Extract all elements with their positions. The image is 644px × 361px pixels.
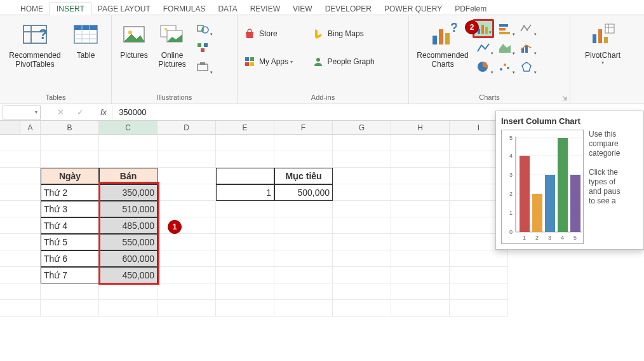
cell-day[interactable]: Thứ 7 <box>41 267 99 283</box>
svg-rect-67 <box>520 156 530 232</box>
line-chart-button[interactable]: ▾ <box>473 38 494 57</box>
cell-header-day[interactable]: Ngày <box>41 168 99 184</box>
bar-chart-icon <box>498 22 512 35</box>
tab-view[interactable]: VIEW <box>286 3 319 15</box>
col-G[interactable]: G <box>333 121 391 135</box>
shapes-button[interactable]: ▾ <box>192 19 213 38</box>
ribbon: ? Recommended PivotTables Table Tables P… <box>0 15 644 104</box>
cell-target-label[interactable]: Mục tiêu <box>274 168 333 184</box>
svg-rect-32 <box>481 25 484 34</box>
column-chart-tooltip: Insert Column Chart 0 1 2 3 4 5 12345 <box>495 111 644 250</box>
pictures-label: Pictures <box>120 51 147 60</box>
cell-target-idx[interactable]: 1 <box>216 184 274 201</box>
cell-sold[interactable]: 350,000 <box>99 184 158 201</box>
tab-data[interactable]: DATA <box>211 3 243 15</box>
tab-developer[interactable]: DEVELOPER <box>319 3 378 15</box>
tab-power-query[interactable]: POWER QUERY <box>378 3 448 15</box>
pie-chart-icon <box>476 60 490 73</box>
pie-chart-button[interactable]: ▾ <box>473 57 494 76</box>
scatter-chart-icon <box>498 60 512 73</box>
cell-sold[interactable]: 550,000 <box>99 234 158 250</box>
callout-badge-1: 1 <box>168 220 182 234</box>
screenshot-button[interactable]: ▾ <box>192 57 213 76</box>
stock-chart-button[interactable]: ▾ <box>516 19 537 38</box>
col-B[interactable]: B <box>41 121 99 135</box>
col-C[interactable]: C <box>99 121 158 135</box>
select-all-corner[interactable] <box>0 121 20 135</box>
svg-rect-49 <box>604 37 608 43</box>
cell-header-sold[interactable]: Bán <box>99 168 158 184</box>
radar-chart-button[interactable]: ▾ <box>516 57 537 76</box>
online-pictures-button[interactable]: Online Pictures <box>152 18 192 90</box>
cell-day[interactable]: Thứ 2 <box>41 184 99 201</box>
svg-rect-25 <box>250 62 254 66</box>
svg-point-44 <box>504 64 506 66</box>
svg-point-45 <box>507 67 509 69</box>
svg-rect-23 <box>250 57 254 61</box>
fx-label[interactable]: fx <box>100 107 107 117</box>
tab-review[interactable]: REVIEW <box>244 3 286 15</box>
my-apps-button[interactable]: My Apps ▾ <box>241 52 310 71</box>
online-pictures-icon <box>158 20 186 48</box>
recommended-charts-button[interactable]: ? Recommended Charts <box>413 18 473 90</box>
tab-formulas[interactable]: FORMULAS <box>157 3 212 15</box>
tab-home[interactable]: HOME <box>14 3 50 15</box>
cell-sold[interactable]: 510,000 <box>99 201 158 217</box>
store-button[interactable]: Store <box>241 24 310 43</box>
cancel-icon[interactable]: ✕ <box>57 107 64 117</box>
tab-insert[interactable]: INSERT <box>50 3 91 15</box>
svg-point-43 <box>500 68 502 71</box>
cell-day[interactable]: Thứ 3 <box>41 201 99 217</box>
people-graph-button[interactable]: People Graph <box>310 52 405 71</box>
cell-sold[interactable]: 485,000 <box>99 217 158 234</box>
svg-rect-34 <box>499 24 508 27</box>
cell-sold[interactable]: 600,000 <box>99 250 158 267</box>
smartart-button[interactable] <box>192 38 213 57</box>
cell-day[interactable]: Thứ 6 <box>41 250 99 267</box>
enter-icon[interactable]: ✓ <box>77 107 84 117</box>
combo-chart-button[interactable]: ▾ <box>516 38 537 57</box>
table-button[interactable]: Table <box>66 18 105 90</box>
tab-page-layout[interactable]: PAGE LAYOUT <box>91 3 157 15</box>
svg-rect-29 <box>445 33 450 44</box>
svg-text:2: 2 <box>535 235 539 241</box>
pictures-button[interactable]: Pictures <box>116 18 152 90</box>
area-chart-button[interactable]: ▾ <box>494 38 516 57</box>
svg-rect-22 <box>245 57 249 61</box>
cell-target-val[interactable]: 500,000 <box>274 184 333 201</box>
bar-chart-button[interactable]: ▾ <box>494 19 516 38</box>
svg-text:3: 3 <box>548 235 551 241</box>
svg-text:5: 5 <box>509 135 513 141</box>
table-row: Thứ 6 600,000 <box>0 250 644 267</box>
tab-pdfelement[interactable]: PDFelem <box>448 3 493 15</box>
cell-day[interactable]: Thứ 5 <box>41 234 99 250</box>
col-D[interactable]: D <box>158 121 216 135</box>
formula-value[interactable]: 350000 <box>119 107 146 117</box>
scatter-chart-button[interactable]: ▾ <box>494 57 516 76</box>
col-E[interactable]: E <box>216 121 274 135</box>
charts-dialog-launcher[interactable]: ⇲ <box>409 95 570 104</box>
recommended-pivottables-button[interactable]: ? Recommended PivotTables <box>4 18 66 90</box>
bing-maps-button[interactable]: Bing Maps <box>310 24 399 43</box>
radar-chart-icon <box>520 60 533 73</box>
svg-text:4: 4 <box>509 153 513 159</box>
my-apps-label: My Apps <box>259 57 288 66</box>
group-pivotchart: PivotChart ▾ <box>570 15 641 104</box>
group-addins: Store Bing Maps My Apps ▾ People Graph <box>238 15 409 104</box>
table-icon <box>72 20 100 48</box>
col-F[interactable]: F <box>274 121 333 135</box>
svg-text:0: 0 <box>509 229 513 235</box>
svg-point-37 <box>523 25 525 27</box>
cell-sold[interactable]: 450,000 <box>99 267 158 283</box>
cell-E-blank[interactable] <box>216 168 274 184</box>
stock-chart-icon <box>520 22 533 35</box>
name-box[interactable]: ▾ <box>3 106 41 119</box>
svg-rect-70 <box>558 138 568 232</box>
col-H[interactable]: H <box>391 121 450 135</box>
cell-day[interactable]: Thứ 4 <box>41 217 99 234</box>
pivotchart-button[interactable]: PivotChart ▾ <box>574 18 631 90</box>
online-pictures-label: Online Pictures <box>158 51 185 69</box>
group-tables: ? Recommended PivotTables Table Tables <box>0 15 112 104</box>
col-A[interactable]: A <box>20 121 41 135</box>
formula-controls: ✕ ✓ <box>51 107 90 117</box>
